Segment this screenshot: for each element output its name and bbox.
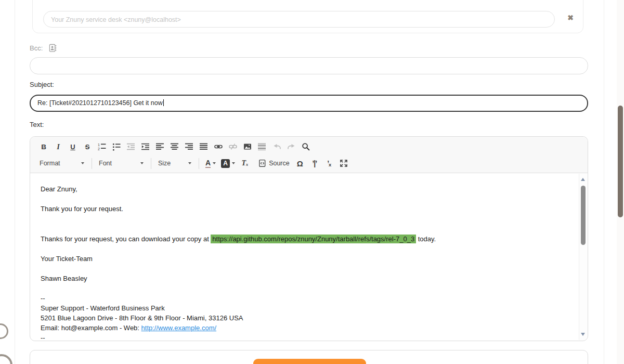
highlighted-url: https://api.github.com/repos/znuny/Znuny… — [211, 235, 416, 243]
unlink-icon — [229, 142, 237, 151]
font-dropdown-label: Font — [99, 160, 112, 167]
source-button[interactable]: Source — [255, 157, 293, 170]
body-text: today. — [416, 235, 436, 243]
editor-body[interactable]: Dear Znuny,Thank you for your request.Th… — [30, 173, 588, 341]
to-field-container: Your Znuny service desk <znuny@localhost… — [32, 0, 583, 33]
editor-scrollbar-thumb[interactable] — [581, 186, 586, 245]
content-right-border — [604, 0, 604, 364]
bcc-input[interactable] — [30, 57, 588, 74]
body-text: Shawn Beasley — [41, 275, 87, 282]
toolbar-row-1: B I U S 12 — [30, 137, 588, 153]
subject-input[interactable]: Re: [Ticket#2021012710123456] Get it now — [30, 95, 588, 112]
horizontal-rule-button[interactable] — [255, 140, 269, 153]
insert-quote-button[interactable]: ’|’ — [307, 157, 322, 170]
bcc-label: Bcc: — [30, 44, 43, 52]
undo-icon — [272, 142, 281, 151]
align-center-icon — [171, 143, 179, 150]
image-button[interactable] — [240, 140, 255, 153]
body-text: -- — [41, 294, 45, 302]
size-dropdown[interactable]: Size — [155, 157, 195, 170]
page-scrollbar-thumb[interactable] — [618, 106, 623, 217]
chevron-down-icon — [232, 162, 235, 164]
body-text: Your Ticket-Team — [41, 255, 93, 263]
editor-text-line: Thanks for your request, you can downloa… — [41, 234, 570, 244]
redo-button — [284, 140, 298, 153]
chevron-down-icon — [213, 162, 216, 164]
numbered-list-icon: 12 — [98, 142, 106, 151]
svg-text:2: 2 — [98, 147, 100, 151]
link-button[interactable] — [211, 140, 226, 153]
bold-button[interactable]: B — [36, 140, 51, 153]
background-color-button[interactable]: A — [218, 157, 238, 170]
subject-label: Subject: — [30, 81, 54, 88]
chevron-down-icon — [81, 162, 84, 164]
editor-text-line: Dear Znuny, — [41, 184, 570, 194]
remove-recipient-button[interactable]: ✖ — [567, 14, 574, 21]
text-cursor — [163, 99, 164, 106]
body-text: Thank you for your request. — [41, 205, 123, 213]
body-text: 5201 Blue Lagoon Drive - 8th Floor & 9th… — [41, 314, 243, 322]
remove-quote-button[interactable]: ’ₓ — [322, 157, 336, 170]
maximize-button[interactable] — [336, 157, 351, 170]
toolbar-row-2: Format Font Size A — [30, 153, 588, 171]
bullet-list-button[interactable] — [109, 140, 124, 153]
toolbar-divider — [151, 158, 151, 169]
page-edge-artifact — [0, 323, 8, 339]
align-center-button[interactable] — [167, 140, 182, 153]
to-customer-input[interactable]: Your Znuny service desk <znuny@localhost… — [43, 11, 555, 28]
bullet-list-icon — [112, 142, 121, 151]
maximize-icon — [340, 159, 348, 167]
scroll-up-icon[interactable] — [581, 178, 585, 181]
bcc-row: Bcc: — [30, 43, 57, 53]
undo-button — [269, 140, 284, 153]
font-dropdown[interactable]: Font — [96, 157, 147, 170]
search-icon — [302, 142, 310, 151]
align-justify-icon — [200, 143, 208, 150]
text-color-button[interactable]: A — [203, 157, 218, 170]
body-link[interactable]: http://www.example.com/ — [141, 324, 217, 332]
link-icon — [214, 142, 223, 151]
editor-text-line: Shawn Beasley — [41, 274, 570, 283]
remove-format-button[interactable]: Tₓ — [238, 157, 252, 170]
page-edge-artifact — [0, 354, 12, 364]
indent-button[interactable] — [138, 140, 153, 153]
special-character-button[interactable]: Ω — [293, 157, 307, 170]
unlink-button — [226, 140, 240, 153]
editor-text-line: 5201 Blue Lagoon Drive - 8th Floor & 9th… — [41, 313, 570, 323]
compose-reply-page: Your Znuny service desk <znuny@localhost… — [0, 0, 624, 364]
subject-value: Re: [Ticket#2021012710123456] Get it now — [37, 99, 163, 107]
chevron-down-icon — [140, 162, 144, 164]
editor-text-line: -- — [41, 293, 570, 303]
svg-text:1: 1 — [98, 143, 100, 147]
indent-icon — [141, 142, 150, 151]
body-text: Thanks for your request, you can downloa… — [41, 235, 211, 243]
strikethrough-button[interactable]: S — [80, 140, 95, 153]
italic-button[interactable]: I — [51, 140, 66, 153]
editor-text-line: -- — [41, 333, 570, 341]
editor-text-line: Thank you for your request. — [41, 204, 570, 214]
outdent-icon — [127, 142, 135, 151]
align-justify-button[interactable] — [197, 140, 211, 153]
format-dropdown[interactable]: Format — [36, 157, 88, 170]
page-scrollbar[interactable] — [617, 0, 624, 364]
find-replace-button[interactable] — [298, 140, 313, 153]
editor-toolbar: B I U S 12 — [30, 137, 588, 173]
outdent-button — [124, 140, 138, 153]
align-left-button[interactable] — [153, 140, 167, 153]
richtext-editor: B I U S 12 — [30, 136, 588, 341]
source-button-label: Source — [269, 160, 290, 167]
redo-icon — [287, 142, 296, 151]
numbered-list-button[interactable]: 12 — [95, 140, 109, 153]
editor-text-line: Your Ticket-Team — [41, 254, 570, 264]
underline-button[interactable]: U — [66, 140, 80, 153]
align-right-button[interactable] — [182, 140, 197, 153]
editor-scrollbar[interactable] — [579, 174, 587, 340]
scroll-down-icon[interactable] — [581, 333, 585, 336]
editor-text-line: Email: hot@example.com - Web: http://www… — [41, 323, 570, 333]
horizontal-rule-icon — [258, 142, 266, 151]
submit-button[interactable] — [253, 359, 366, 364]
size-dropdown-label: Size — [158, 160, 171, 167]
background-color-icon: A — [221, 159, 230, 168]
footer-container — [30, 350, 588, 364]
address-book-icon[interactable] — [49, 44, 57, 53]
